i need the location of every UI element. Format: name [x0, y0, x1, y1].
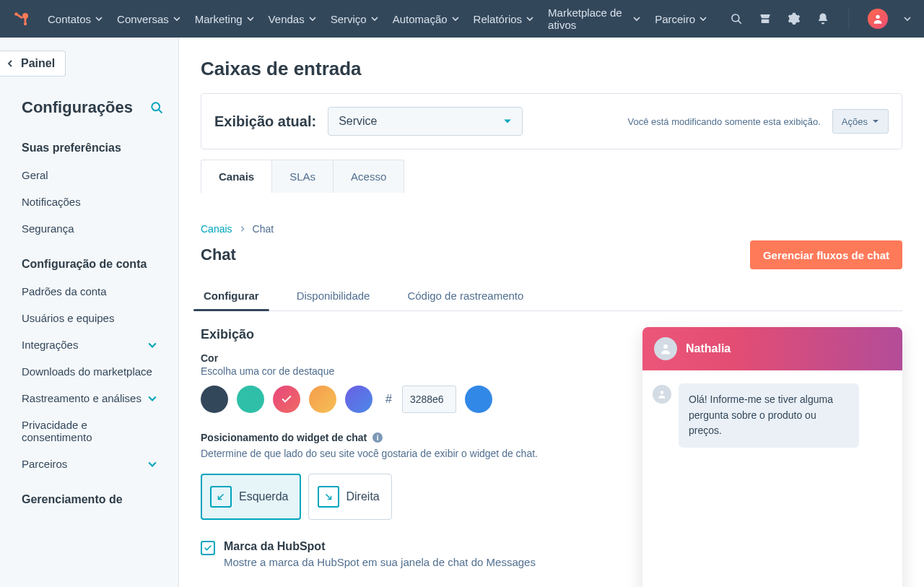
chat-preview-column: Nathalia Olá! Informe-me se tiver alguma…: [642, 327, 902, 587]
sb-item-seguranca[interactable]: Segurança: [0, 215, 178, 242]
subtab-codigo[interactable]: Código de rastreamento: [404, 281, 526, 310]
chevron-down-icon: [452, 15, 459, 22]
breadcrumb-root[interactable]: Canais: [201, 223, 232, 235]
brand-help: Mostre a marca da HubSpot em sua janela …: [224, 556, 536, 568]
color-help: Escolha uma cor de destaque: [201, 365, 621, 377]
svg-line-6: [738, 20, 741, 23]
sb-section-preferences: Suas preferências: [0, 126, 178, 162]
sb-item-downloads[interactable]: Downloads do marketplace: [0, 358, 178, 385]
current-view-label: Exibição atual:: [214, 113, 316, 130]
svg-point-4: [14, 12, 18, 16]
sb-item-privacidade[interactable]: Privacidade e consentimento: [0, 412, 178, 451]
current-view-select[interactable]: Service: [328, 107, 523, 136]
nav-vendas[interactable]: Vendas: [269, 13, 316, 25]
svg-point-0: [22, 13, 28, 19]
view-actions-dropdown[interactable]: Ações: [832, 109, 889, 134]
nav-utility: [730, 9, 911, 29]
chevron-down-icon: [148, 341, 157, 349]
manage-chatflows-button[interactable]: Gerenciar fluxos de chat: [750, 240, 902, 269]
divider: [848, 9, 849, 29]
hubspot-logo[interactable]: [13, 10, 30, 27]
swatch-purple[interactable]: [345, 386, 372, 413]
triangle-down-icon: [503, 117, 512, 126]
brand-title: Marca da HubSpot: [224, 540, 325, 552]
nav-servico[interactable]: Serviço: [331, 13, 378, 25]
nav-links: Contatos Conversas Marketing Vendas Serv…: [48, 6, 707, 31]
arrow-bottom-right-icon: [318, 486, 339, 508]
nav-conversas[interactable]: Conversas: [117, 13, 180, 25]
sb-item-usuarios[interactable]: Usuários e equipes: [0, 305, 178, 331]
chevron-down-icon: [526, 15, 533, 22]
chevron-down-icon: [148, 460, 157, 469]
sidebar-search-icon[interactable]: [149, 100, 164, 115]
back-to-dashboard[interactable]: Painel: [0, 51, 66, 77]
preview-greeting: Olá! Informe-me se tiver alguma pergunta…: [679, 383, 859, 448]
marketplace-icon[interactable]: [759, 12, 772, 25]
sb-item-notificacoes[interactable]: Notificações: [0, 188, 178, 215]
nav-contatos[interactable]: Contatos: [48, 13, 103, 25]
current-view-card: Exibição atual: Service Você está modifi…: [201, 93, 902, 149]
subtab-configurar[interactable]: Configurar: [201, 281, 262, 310]
gear-icon[interactable]: [788, 12, 801, 25]
nav-automacao[interactable]: Automação: [393, 13, 459, 25]
chevron-down-icon: [173, 15, 180, 22]
svg-point-8: [152, 103, 160, 110]
current-view-note: Você está modificando somente esta exibi…: [627, 116, 820, 127]
position-left[interactable]: Esquerda: [201, 474, 301, 520]
preview-agent-name: Nathalia: [686, 342, 731, 355]
swatch-pink[interactable]: [273, 386, 300, 413]
settings-panel: Exibição Cor Escolha uma cor de destaque…: [201, 327, 621, 587]
svg-rect-1: [25, 18, 27, 22]
chevron-down-icon: [309, 15, 316, 22]
user-avatar[interactable]: [868, 9, 888, 29]
position-right[interactable]: Direita: [308, 474, 392, 520]
chevron-left-icon: [6, 60, 14, 67]
chevron-down-icon[interactable]: [904, 15, 911, 22]
hash-sign: #: [385, 393, 392, 406]
sb-section-account: Configuração de conta: [0, 242, 178, 278]
svg-point-11: [661, 391, 664, 394]
search-icon[interactable]: [730, 12, 743, 25]
tab-acesso[interactable]: Acesso: [334, 160, 404, 193]
sb-item-geral[interactable]: Geral: [0, 162, 178, 188]
chevron-down-icon: [371, 15, 378, 22]
nav-relatorios[interactable]: Relatórios: [474, 13, 534, 25]
chevron-down-icon: [148, 394, 157, 403]
sb-item-rastreamento[interactable]: Rastreamento e análises: [0, 385, 178, 412]
display-heading: Exibição: [201, 327, 621, 342]
nav-marketplace[interactable]: Marketplace de ativos: [548, 6, 640, 31]
nav-marketing[interactable]: Marketing: [195, 13, 254, 25]
sb-item-integracoes[interactable]: Integrações: [0, 331, 178, 358]
info-icon[interactable]: i: [372, 432, 383, 443]
chat-title: Chat: [201, 245, 236, 264]
nav-parceiro[interactable]: Parceiro: [655, 13, 707, 25]
position-choices: Esquerda Direita: [201, 474, 621, 520]
chevron-down-icon: [699, 15, 707, 22]
tab-slas[interactable]: SLAs: [272, 160, 334, 193]
current-view-value: Service: [339, 115, 377, 128]
page-title: Caixas de entrada: [201, 58, 902, 80]
svg-point-5: [732, 14, 739, 22]
swatch-hex-preview[interactable]: [465, 386, 492, 413]
sb-item-parceiros[interactable]: Parceiros: [0, 451, 178, 477]
position-help: Determine de que lado do seu site você g…: [201, 448, 621, 459]
svg-line-9: [159, 110, 162, 113]
tab-canais[interactable]: Canais: [201, 160, 272, 193]
inbox-tabs: Canais SLAs Acesso: [201, 160, 902, 193]
sb-item-padroes[interactable]: Padrões da conta: [0, 278, 178, 305]
hex-input[interactable]: [402, 386, 456, 413]
chat-subtabs: Configurar Disponibilidade Código de ras…: [201, 281, 902, 311]
brand-checkbox[interactable]: [201, 541, 215, 555]
arrow-bottom-left-icon: [210, 486, 232, 508]
color-label: Cor: [201, 352, 621, 364]
position-label: Posicionamento do widget de chat i: [201, 432, 621, 443]
bell-icon[interactable]: [816, 12, 829, 25]
swatch-teal[interactable]: [237, 386, 264, 413]
swatch-orange[interactable]: [309, 386, 336, 413]
swatch-navy[interactable]: [201, 386, 228, 413]
chevron-right-icon: [240, 226, 245, 232]
top-nav: Contatos Conversas Marketing Vendas Serv…: [0, 0, 924, 38]
avatar-icon: [653, 385, 671, 404]
breadcrumb: Canais Chat: [201, 223, 902, 235]
subtab-disponibilidade[interactable]: Disponibilidade: [294, 281, 373, 310]
